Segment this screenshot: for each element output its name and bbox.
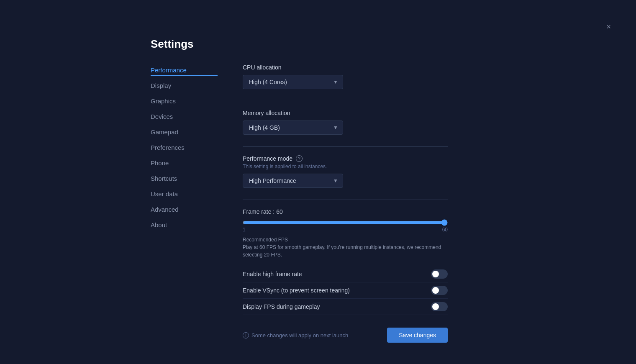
memory-allocation-label: Memory allocation (243, 110, 448, 116)
fps-note: Recommended FPS Play at 60 FPS for smoot… (243, 236, 448, 259)
perf-mode-label-row: Performance mode ? (243, 155, 448, 162)
toggle-track-high-frame-rate (431, 269, 448, 279)
perf-mode-hint: This setting is applied to all instances… (243, 164, 448, 169)
cpu-allocation-section: CPU allocation Low (1 Core) Medium (2 Co… (243, 64, 448, 89)
main-content: CPU allocation Low (1 Core) Medium (2 Co… (218, 64, 448, 343)
sidebar: Performance Display Graphics Devices Gam… (151, 64, 218, 343)
footer-info-icon: i (243, 332, 249, 338)
toggle-label-high-frame-rate: Enable high frame rate (243, 271, 302, 277)
fps-note-body: Play at 60 FPS for smooth gameplay. If y… (243, 244, 441, 258)
sidebar-item-phone[interactable]: Phone (151, 157, 218, 169)
toggle-row-high-frame-rate: Enable high frame rate (243, 266, 448, 282)
memory-allocation-select-wrapper: Low (1 GB) Medium (2 GB) High (4 GB) Ult… (243, 120, 343, 135)
toggle-display-fps[interactable] (431, 302, 448, 311)
close-button[interactable]: × (606, 23, 611, 31)
toggle-high-frame-rate[interactable] (431, 269, 448, 279)
sidebar-item-devices[interactable]: Devices (151, 110, 218, 123)
footer: i Some changes will apply on next launch… (243, 328, 448, 343)
frame-rate-title: Frame rate : 60 (243, 208, 448, 215)
sidebar-item-display[interactable]: Display (151, 79, 218, 92)
sidebar-item-preferences[interactable]: Preferences (151, 141, 218, 154)
toggle-row-vsync: Enable VSync (to prevent screen tearing) (243, 282, 448, 299)
performance-mode-section: Performance mode ? This setting is appli… (243, 155, 448, 188)
performance-mode-help-icon[interactable]: ? (296, 155, 303, 162)
sidebar-item-gamepad[interactable]: Gamepad (151, 126, 218, 138)
settings-panel: Settings Performance Display Graphics De… (151, 38, 448, 343)
sidebar-item-performance[interactable]: Performance (151, 64, 218, 76)
divider-2 (243, 146, 448, 147)
toggle-row-display-fps: Display FPS during gameplay (243, 299, 448, 315)
cpu-allocation-label: CPU allocation (243, 64, 448, 71)
slider-max-label: 60 (442, 227, 448, 233)
footer-note: i Some changes will apply on next launch (243, 332, 348, 338)
toggles-container: Enable high frame rate Enable VSync (to … (243, 266, 448, 315)
toggle-track-display-fps (431, 302, 448, 311)
sidebar-item-shortcuts[interactable]: Shortcuts (151, 172, 218, 185)
slider-labels: 1 60 (243, 227, 448, 233)
page-title: Settings (151, 38, 448, 51)
settings-container: Settings Performance Display Graphics De… (0, 0, 636, 343)
sidebar-item-user-data[interactable]: User data (151, 188, 218, 200)
fps-note-title: Recommended FPS (243, 237, 288, 243)
footer-note-text: Some changes will apply on next launch (251, 332, 348, 338)
memory-allocation-section: Memory allocation Low (1 GB) Medium (2 G… (243, 110, 448, 135)
cpu-allocation-select-wrapper: Low (1 Core) Medium (2 Cores) High (4 Co… (243, 75, 343, 89)
toggle-label-vsync: Enable VSync (to prevent screen tearing) (243, 287, 350, 294)
toggle-knob-vsync (432, 287, 439, 294)
frame-rate-section: Frame rate : 60 1 60 Recommended FPS Pla… (243, 208, 448, 259)
settings-body: Performance Display Graphics Devices Gam… (151, 64, 448, 343)
toggle-knob-high-frame-rate (432, 271, 439, 277)
toggle-vsync[interactable] (431, 286, 448, 295)
cpu-allocation-select[interactable]: Low (1 Core) Medium (2 Cores) High (4 Co… (243, 75, 343, 89)
divider-3 (243, 200, 448, 200)
performance-mode-select-wrapper: Balanced High Performance Power Saver ▼ (243, 174, 343, 188)
sidebar-item-advanced[interactable]: Advanced (151, 203, 218, 215)
slider-min-label: 1 (243, 227, 246, 233)
frame-rate-slider[interactable] (243, 219, 448, 226)
toggle-knob-display-fps (432, 303, 439, 310)
toggle-label-display-fps: Display FPS during gameplay (243, 303, 320, 310)
performance-mode-select[interactable]: Balanced High Performance Power Saver (243, 174, 343, 188)
perf-mode-label: Performance mode (243, 155, 292, 162)
memory-allocation-select[interactable]: Low (1 GB) Medium (2 GB) High (4 GB) Ult… (243, 120, 343, 135)
sidebar-item-about[interactable]: About (151, 219, 218, 231)
sidebar-item-graphics[interactable]: Graphics (151, 95, 218, 107)
save-changes-button[interactable]: Save changes (387, 328, 448, 343)
divider-1 (243, 101, 448, 101)
toggle-track-vsync (431, 286, 448, 295)
